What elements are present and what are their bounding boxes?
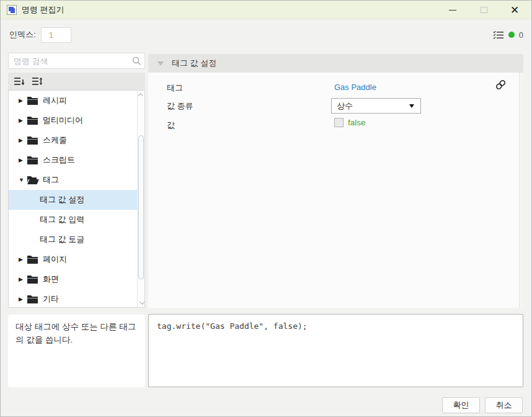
index-label: 인덱스: — [9, 29, 36, 40]
folder-icon — [27, 96, 43, 105]
tree-item-label: 스크립트 — [43, 155, 75, 166]
value-field-label: 값 — [167, 120, 175, 131]
expand-arrow-icon[interactable]: ▶ — [19, 157, 27, 163]
tree-item-label: 멀티미디어 — [43, 115, 83, 126]
detail-title: 태그 값 설정 — [172, 58, 216, 69]
folder-icon — [27, 275, 43, 284]
tree-item-0[interactable]: ▶레시피 — [9, 91, 137, 110]
folder-open-icon — [27, 176, 43, 184]
tree-item-6[interactable]: 태그 값 입력 — [9, 210, 137, 230]
folder-icon — [27, 156, 43, 164]
value-checkbox-label: false — [348, 118, 366, 127]
minimize-button[interactable] — [437, 1, 468, 19]
command-editor-window: 명령 편집기 ✕ 인덱스: 0 — [0, 0, 532, 417]
tree-item-2[interactable]: ▶스케줄 — [9, 130, 137, 150]
index-row: 인덱스: — [9, 27, 71, 43]
tree-scrollbar[interactable] — [137, 91, 144, 307]
collapse-all-icon[interactable] — [14, 76, 25, 86]
title-bar: 명령 편집기 ✕ — [1, 1, 531, 19]
index-input[interactable] — [41, 27, 71, 43]
command-search-box — [8, 53, 145, 69]
tree-item-label: 태그 값 설정 — [40, 194, 84, 205]
folder-icon — [27, 116, 43, 125]
expand-arrow-icon[interactable]: ▶ — [19, 256, 27, 262]
app-icon — [7, 5, 17, 15]
tree-item-label: 레시피 — [43, 95, 67, 106]
detail-form: 태그 Gas Paddle 값 종류 상수 값 false — [148, 73, 523, 308]
expand-arrow-icon[interactable]: ▶ — [19, 137, 27, 143]
expand-all-icon[interactable] — [32, 76, 43, 86]
value-type-label: 값 종류 — [167, 101, 193, 112]
tag-value-link[interactable]: Gas Paddle — [334, 83, 376, 92]
tree-item-label: 태그 값 입력 — [40, 214, 84, 225]
value-checkbox[interactable] — [334, 118, 344, 127]
tree-item-8[interactable]: ▶페이지 — [9, 249, 137, 269]
command-description: 대상 태그에 상수 또는 다른 태그의 값을 씁니다. — [16, 321, 138, 347]
dropdown-arrow-icon — [409, 104, 414, 108]
folder-icon — [27, 255, 43, 264]
tree-item-1[interactable]: ▶멀티미디어 — [9, 110, 137, 130]
expand-arrow-icon[interactable]: ▶ — [19, 296, 27, 302]
cancel-button[interactable]: 취소 — [485, 397, 523, 413]
detail-scrollbar[interactable] — [519, 73, 523, 308]
tree-item-4[interactable]: ▼태그 — [9, 170, 137, 190]
tree-item-7[interactable]: 태그 값 토글 — [9, 230, 137, 249]
tree-item-label: 태그 값 토글 — [40, 234, 84, 245]
status-row: 0 — [493, 28, 523, 42]
folder-icon — [27, 295, 43, 303]
tree-item-label: 화면 — [43, 274, 59, 285]
tree-item-label: 스케줄 — [43, 135, 67, 146]
scroll-up-icon[interactable] — [138, 91, 144, 99]
search-input[interactable] — [9, 56, 128, 66]
expand-arrow-icon[interactable]: ▶ — [19, 276, 27, 282]
scroll-down-icon[interactable] — [138, 299, 144, 307]
collapse-arrow-icon[interactable]: ▼ — [19, 177, 27, 183]
search-icon[interactable] — [128, 56, 144, 66]
value-checkbox-row: false — [334, 118, 366, 127]
code-preview: tag.write("Gas Paddle", false); — [157, 321, 515, 331]
value-type-select[interactable]: 상수 — [331, 98, 421, 114]
value-type-selected: 상수 — [337, 101, 409, 112]
collapse-section-icon[interactable] — [157, 61, 164, 66]
window-controls: ✕ — [437, 1, 530, 19]
expand-arrow-icon[interactable]: ▶ — [19, 117, 27, 123]
tree-item-label: 태그 — [43, 174, 59, 186]
tree-item-9[interactable]: ▶화면 — [9, 269, 137, 289]
code-preview-box: tag.write("Gas Paddle", false); — [148, 314, 523, 387]
close-button[interactable]: ✕ — [499, 1, 530, 19]
maximize-button[interactable] — [468, 1, 499, 19]
tree-item-label: 페이지 — [43, 254, 67, 265]
expand-arrow-icon[interactable]: ▶ — [19, 97, 27, 104]
window-title: 명령 편집기 — [22, 4, 64, 16]
scroll-thumb[interactable] — [138, 135, 144, 279]
link-tag-icon[interactable] — [495, 79, 507, 92]
command-tree: ▶레시피▶멀티미디어▶스케줄▶스크립트▼태그태그 값 설정태그 값 입력태그 값… — [8, 90, 145, 308]
tree-item-label: 기타 — [43, 294, 59, 305]
tree-list: ▶레시피▶멀티미디어▶스케줄▶스크립트▼태그태그 값 설정태그 값 입력태그 값… — [9, 91, 137, 307]
ok-button[interactable]: 확인 — [442, 397, 480, 413]
command-description-box: 대상 태그에 상수 또는 다른 태그의 값을 씁니다. — [8, 315, 145, 387]
tree-item-3[interactable]: ▶스크립트 — [9, 150, 137, 170]
tag-field-label: 태그 — [167, 83, 183, 94]
status-dot-icon — [508, 32, 515, 38]
tree-toolbar — [8, 73, 145, 90]
folder-icon — [27, 136, 43, 145]
tree-item-10[interactable]: ▶기타 — [9, 289, 137, 308]
detail-header[interactable]: 태그 값 설정 — [148, 54, 523, 73]
status-counter: 0 — [519, 30, 523, 40]
tree-item-5[interactable]: 태그 값 설정 — [9, 190, 137, 210]
checklist-icon[interactable] — [493, 30, 504, 40]
